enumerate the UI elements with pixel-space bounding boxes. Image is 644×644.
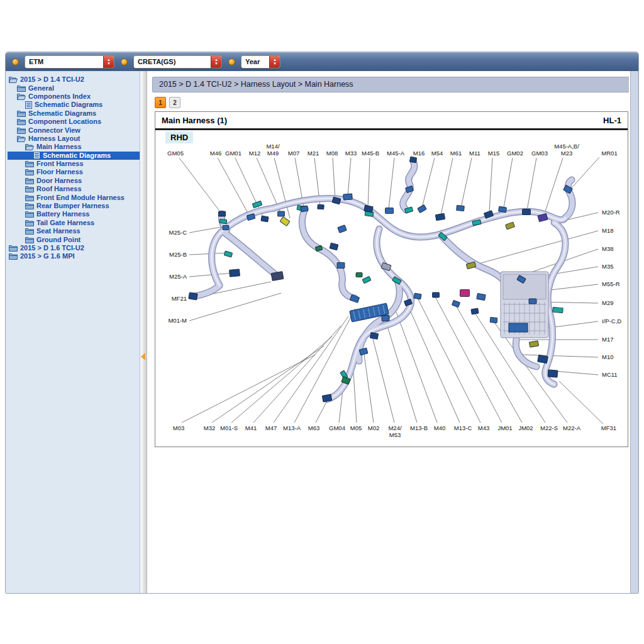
sidebar-item[interactable]: Ground Point (8, 235, 140, 243)
folder-open-icon (17, 135, 26, 142)
harness-label: GM05 (167, 150, 184, 157)
sidebar-item[interactable]: Harness Layout (8, 135, 140, 143)
harness-label: M03 (173, 425, 184, 431)
harness-label: GM04 (329, 425, 345, 431)
sidebar-item-label: Connector View (28, 126, 80, 135)
sidebar-item[interactable]: 2015 > G 1.6 MPI (8, 252, 140, 260)
harness-label: M02 (368, 425, 379, 431)
sidebar-item[interactable]: Tail Gate Harness (8, 219, 140, 227)
sidebar-item[interactable]: Front End Module Harness (8, 193, 140, 201)
navigation-tree: 2015 > D 1.4 TCI-U2GeneralComponents Ind… (6, 71, 140, 593)
module-select-value: ETM (25, 56, 103, 68)
connector-block (523, 209, 531, 215)
pane-splitter[interactable] (140, 71, 147, 593)
model-select-value: CRETA(GS) (134, 56, 211, 68)
collapse-arrow-icon[interactable] (141, 353, 145, 360)
select-stepper-icon[interactable]: ▲▼ (269, 56, 280, 68)
leader-line (523, 355, 598, 357)
sidebar-item[interactable]: Floor Harness (8, 168, 140, 176)
harness-label: MR01 (601, 150, 617, 157)
sidebar-item[interactable]: Seat Harness (8, 227, 140, 235)
connector-block (553, 307, 564, 313)
sidebar-item[interactable]: Components Index (8, 92, 140, 101)
connector-block (322, 394, 332, 402)
harness-label: M08 (326, 150, 338, 157)
sidebar-item[interactable]: Schematic Diagrams (8, 109, 140, 118)
leader-line (559, 381, 603, 424)
sidebar-item-label: Rear Bumper Harness (36, 202, 109, 210)
scrollbar-track[interactable] (629, 71, 638, 593)
harness-label: JM01 (497, 425, 512, 431)
sidebar-item[interactable]: 2015 > D 1.6 TCI-U2 (8, 244, 140, 252)
harness-label: M13-B (410, 425, 428, 431)
select-stepper-icon[interactable]: ▲▼ (211, 56, 221, 68)
sidebar-item-label: Roof Harness (36, 185, 82, 193)
sidebar-item[interactable]: Door Harness (8, 177, 140, 185)
connector-block (224, 251, 232, 257)
connector-block (414, 293, 421, 299)
sidebar-item[interactable]: Battery Harness (8, 210, 140, 218)
sidebar-item-label: Front Harness (36, 160, 84, 168)
connector-block (219, 211, 226, 216)
sidebar-item[interactable]: Rear Bumper Harness (8, 202, 140, 210)
leader-line (253, 326, 341, 423)
folder-icon (25, 177, 34, 184)
module-select[interactable]: ETM ▲▼ (25, 55, 114, 69)
tab-page-1[interactable]: 1 (155, 97, 166, 108)
sidebar-item-label: 2015 > D 1.6 TCI-U2 (20, 244, 84, 252)
model-select[interactable]: CRETA(GS) ▲▼ (133, 55, 222, 69)
sidebar-item[interactable]: Front Harness (8, 160, 140, 168)
sidebar-item-label: Component Locations (28, 118, 101, 126)
harness-label: M25-B (169, 251, 187, 258)
harness-label: M45-B (362, 150, 379, 157)
sidebar-item-label: Door Harness (36, 177, 82, 185)
select-stepper-icon[interactable]: ▲▼ (103, 56, 114, 68)
connector-block (538, 355, 548, 363)
connector-block (338, 225, 347, 233)
folder-icon (25, 160, 34, 167)
document-icon (25, 101, 32, 109)
harness-label: M47 (265, 425, 277, 431)
sidebar-item-label: Floor Harness (36, 168, 83, 176)
harness-label: M05 (350, 425, 362, 431)
harness-label: M25-A (169, 273, 187, 280)
sidebar-item[interactable]: Component Locations (8, 118, 140, 126)
sidebar-item-label: Components Index (28, 92, 91, 101)
connector-block (452, 300, 460, 307)
sidebar-item[interactable]: General (8, 84, 140, 92)
sidebar-item[interactable]: Main Harness (8, 143, 140, 151)
sidebar-item[interactable]: Schematic Diagrams (8, 101, 140, 109)
connector-block (219, 219, 226, 224)
folder-open-icon (9, 76, 18, 83)
connector-block (330, 243, 338, 250)
sidebar-item[interactable]: 2015 > D 1.4 TCI-U2 (8, 75, 140, 84)
folder-open-icon (17, 93, 26, 100)
connector-block (261, 216, 269, 222)
sidebar-item[interactable]: Schematic Diagrams (8, 152, 140, 160)
harness-label: M54 (431, 150, 443, 157)
year-select[interactable]: Year ▲▼ (241, 55, 280, 69)
sidebar-item-label: Main Harness (36, 143, 82, 151)
diagram-title: Main Harness (1) (162, 116, 227, 125)
harness-label: M10 (602, 353, 613, 360)
diagram-code: HL-1 (603, 116, 621, 125)
connector-block (386, 208, 394, 214)
harness-label: MC11 (602, 371, 618, 378)
harness-label: MF21 (172, 295, 187, 302)
tab-page-2[interactable]: 2 (169, 97, 180, 108)
sidebar-item[interactable]: Roof Harness (8, 185, 140, 193)
sidebar-item[interactable]: Connector View (8, 126, 140, 134)
harness-label: M14/M49 (266, 143, 279, 157)
leader-line (554, 371, 598, 375)
leader-line (570, 157, 599, 190)
leader-line (441, 158, 453, 215)
harness-label: M15 (488, 150, 499, 157)
folder-icon (25, 203, 34, 209)
connector-block (433, 292, 440, 297)
connector-block (343, 194, 353, 200)
connector-block (529, 341, 538, 347)
folder-icon (25, 236, 34, 243)
harness-label: M07 (288, 150, 299, 157)
connector-block (278, 211, 285, 216)
leader-line (364, 355, 374, 423)
